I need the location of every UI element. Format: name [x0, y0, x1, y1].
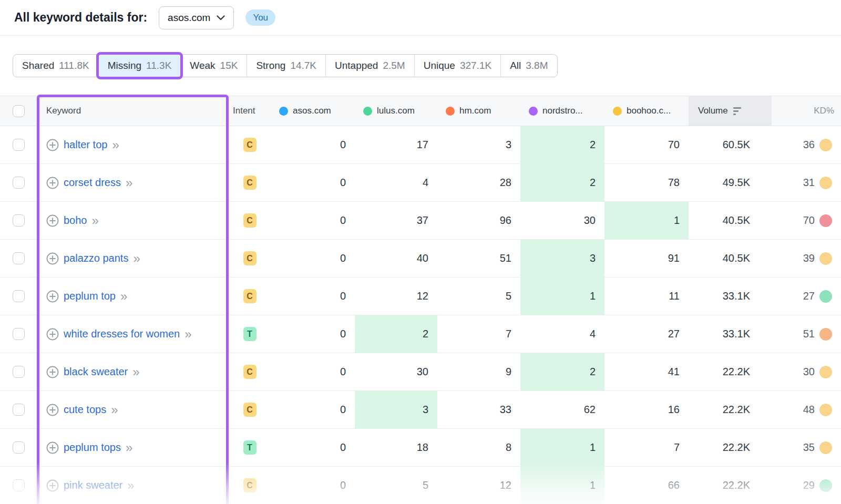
kd-dot	[819, 404, 832, 416]
kd-value: 36	[803, 139, 815, 151]
column-header-volume[interactable]: Volume	[689, 96, 772, 126]
double-chevron-icon[interactable]: »	[92, 214, 99, 227]
kd-dot	[819, 328, 832, 341]
lulus-value: 30	[355, 353, 437, 390]
double-chevron-icon[interactable]: »	[111, 404, 118, 416]
kd-value: 31	[803, 177, 815, 189]
expand-plus-icon[interactable]	[46, 290, 59, 303]
asos-value: 0	[271, 315, 355, 353]
expand-plus-icon[interactable]	[46, 252, 59, 265]
intent-badge: C	[243, 213, 257, 228]
volume-value: 22.2K	[689, 467, 772, 504]
double-chevron-icon[interactable]: »	[184, 328, 191, 341]
expand-plus-icon[interactable]	[46, 479, 59, 492]
keyword-link[interactable]: cute tops	[64, 404, 106, 416]
nordstrom-value: 3	[520, 240, 604, 277]
column-header-keyword: Keyword	[37, 96, 229, 126]
tab-unique[interactable]: Unique 327.1K	[414, 55, 500, 77]
nordstrom-value: 30	[520, 202, 604, 239]
intent-badge: C	[243, 289, 257, 303]
keyword-link[interactable]: halter top	[64, 139, 107, 151]
column-header-nordstrom[interactable]: nordstro...	[520, 96, 604, 126]
keyword-link[interactable]: peplum tops	[64, 441, 121, 454]
row-checkbox[interactable]	[13, 366, 25, 378]
row-checkbox[interactable]	[13, 139, 25, 151]
kd-value: 29	[803, 479, 815, 491]
keyword-link[interactable]: corset dress	[64, 177, 121, 189]
boohoo-value: 70	[604, 126, 689, 163]
row-checkbox[interactable]	[13, 290, 25, 302]
double-chevron-icon[interactable]: »	[120, 290, 127, 303]
intent-badge: T	[243, 440, 257, 455]
asos-value: 0	[271, 353, 355, 390]
expand-plus-icon[interactable]	[46, 404, 59, 416]
lulus-value: 40	[355, 240, 437, 277]
row-checkbox[interactable]	[13, 177, 25, 189]
lulus-value: 2	[355, 315, 437, 353]
tab-untapped[interactable]: Untapped 2.5M	[325, 55, 414, 77]
double-chevron-icon[interactable]: »	[133, 252, 140, 265]
double-chevron-icon[interactable]: »	[126, 177, 132, 189]
volume-value: 33.1K	[689, 277, 772, 315]
asos-value: 0	[271, 467, 355, 504]
tab-weak[interactable]: Weak 15K	[180, 55, 247, 77]
tab-missing[interactable]: Missing 11.3K	[98, 55, 181, 77]
expand-plus-icon[interactable]	[46, 366, 59, 378]
hm-value: 7	[437, 315, 520, 353]
keyword-link[interactable]: boho	[64, 214, 87, 227]
nordstrom-value: 2	[520, 164, 604, 201]
hm-value: 5	[437, 277, 520, 315]
row-checkbox[interactable]	[13, 214, 25, 227]
keyword-link[interactable]: peplum top	[64, 290, 116, 302]
boohoo-dot-icon	[613, 107, 622, 116]
hm-value: 28	[437, 164, 520, 201]
tab-all[interactable]: All 3.8M	[500, 55, 557, 77]
row-checkbox[interactable]	[13, 328, 25, 340]
table-row: halter top » C 0 17 3 2 70 60.5K 36	[0, 126, 841, 164]
expand-plus-icon[interactable]	[46, 214, 59, 227]
boohoo-value: 16	[604, 391, 689, 428]
row-checkbox[interactable]	[13, 441, 25, 454]
table-row: pink sweater » C 0 5 12 1 66 22.2K 29	[0, 467, 841, 504]
expand-plus-icon[interactable]	[46, 441, 59, 454]
intent-badge: C	[243, 403, 257, 417]
tab-strong[interactable]: Strong 14.7K	[247, 55, 325, 77]
volume-value: 40.5K	[689, 240, 772, 277]
boohoo-value: 78	[604, 164, 689, 201]
keyword-link[interactable]: pink sweater	[64, 479, 122, 491]
column-header-hm[interactable]: hm.com	[437, 96, 520, 126]
column-header-boohoo[interactable]: boohoo.c...	[604, 96, 689, 126]
column-header-lulus[interactable]: lulus.com	[355, 96, 437, 126]
keyword-link[interactable]: black sweater	[64, 366, 128, 378]
page-title: All keyword details for:	[14, 11, 147, 25]
column-header-asos[interactable]: asos.com	[271, 96, 355, 126]
expand-plus-icon[interactable]	[46, 139, 59, 151]
row-checkbox[interactable]	[13, 479, 25, 491]
domain-selector-dropdown[interactable]: asos.com	[159, 6, 234, 29]
select-all-cell	[0, 96, 37, 126]
asos-value: 0	[271, 391, 355, 428]
row-checkbox[interactable]	[13, 252, 25, 264]
keyword-link[interactable]: palazzo pants	[64, 252, 128, 264]
hm-value: 51	[437, 240, 520, 277]
intent-badge: C	[243, 251, 257, 265]
chevron-down-icon	[217, 15, 225, 20]
double-chevron-icon[interactable]: »	[127, 479, 134, 492]
double-chevron-icon[interactable]: »	[126, 441, 132, 454]
row-checkbox[interactable]	[13, 404, 25, 416]
expand-plus-icon[interactable]	[46, 328, 59, 341]
hm-value: 8	[437, 429, 520, 466]
select-all-checkbox[interactable]	[13, 105, 25, 117]
tab-shared[interactable]: Shared 111.8K	[13, 55, 98, 77]
column-header-kd[interactable]: KD%	[772, 96, 841, 126]
lulus-dot-icon	[363, 107, 372, 116]
keyword-link[interactable]: white dresses for women	[64, 328, 180, 340]
kd-dot	[819, 441, 832, 454]
table-header-row: Keyword Intent asos.com lulus.com hm.com…	[0, 96, 841, 126]
expand-plus-icon[interactable]	[46, 177, 59, 189]
asos-dot-icon	[279, 107, 288, 116]
volume-value: 22.2K	[689, 353, 772, 390]
double-chevron-icon[interactable]: »	[112, 139, 119, 151]
double-chevron-icon[interactable]: »	[132, 366, 139, 378]
intent-badge: C	[243, 138, 257, 152]
